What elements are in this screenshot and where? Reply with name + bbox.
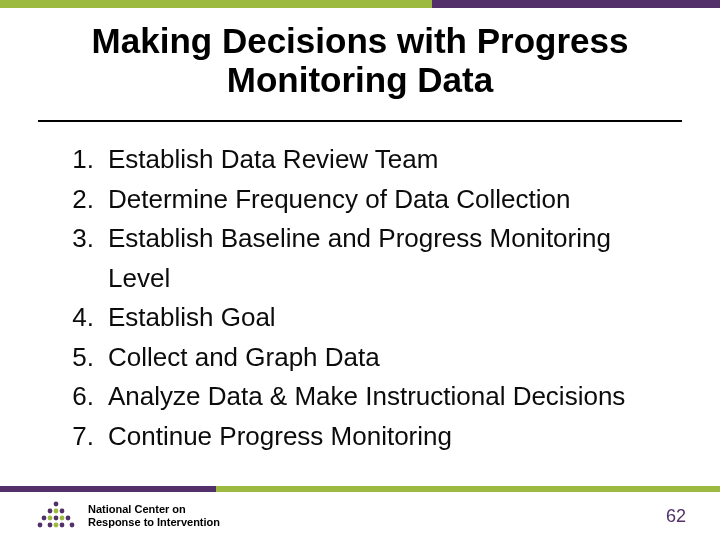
list-number: 3. bbox=[54, 219, 108, 298]
list-text: Establish Goal bbox=[108, 298, 276, 338]
list-number: 7. bbox=[54, 417, 108, 457]
list-text: Collect and Graph Data bbox=[108, 338, 380, 378]
slide-title: Making Decisions with Progress Monitorin… bbox=[60, 22, 660, 99]
org-line-2: Response to Intervention bbox=[88, 516, 220, 528]
svg-point-2 bbox=[60, 509, 65, 514]
svg-point-4 bbox=[54, 516, 59, 521]
svg-point-1 bbox=[48, 509, 53, 514]
svg-point-0 bbox=[54, 502, 59, 507]
list-number: 1. bbox=[54, 140, 108, 180]
list-item: 5. Collect and Graph Data bbox=[54, 338, 680, 378]
accent-green bbox=[0, 0, 432, 8]
org-name: National Center on Response to Intervent… bbox=[88, 503, 220, 528]
list-text: Determine Frequency of Data Collection bbox=[108, 180, 570, 220]
list-text: Continue Progress Monitoring bbox=[108, 417, 452, 457]
list-number: 6. bbox=[54, 377, 108, 417]
list-text: Analyze Data & Make Instructional Decisi… bbox=[108, 377, 625, 417]
svg-point-13 bbox=[54, 523, 59, 528]
svg-point-5 bbox=[66, 516, 71, 521]
svg-point-8 bbox=[60, 523, 65, 528]
svg-point-6 bbox=[38, 523, 43, 528]
svg-point-12 bbox=[60, 516, 65, 521]
svg-point-11 bbox=[48, 516, 53, 521]
list-item: 2. Determine Frequency of Data Collectio… bbox=[54, 180, 680, 220]
title-line-2: Monitoring Data bbox=[227, 60, 493, 99]
svg-point-9 bbox=[70, 523, 75, 528]
list-item: 4. Establish Goal bbox=[54, 298, 680, 338]
list-text: Establish Baseline and Progress Monitori… bbox=[108, 219, 680, 298]
top-accent-bar bbox=[0, 0, 720, 8]
page-number: 62 bbox=[666, 506, 686, 527]
list-number: 2. bbox=[54, 180, 108, 220]
svg-point-10 bbox=[54, 509, 59, 514]
numbered-list: 1. Establish Data Review Team 2. Determi… bbox=[54, 140, 680, 456]
list-number: 4. bbox=[54, 298, 108, 338]
list-item: 1. Establish Data Review Team bbox=[54, 140, 680, 180]
accent-purple bbox=[432, 0, 720, 8]
list-item: 7. Continue Progress Monitoring bbox=[54, 417, 680, 457]
org-line-1: National Center on bbox=[88, 503, 186, 515]
footer: National Center on Response to Intervent… bbox=[0, 492, 720, 540]
slide: Making Decisions with Progress Monitorin… bbox=[0, 0, 720, 540]
title-underline bbox=[38, 120, 682, 122]
title-line-1: Making Decisions with Progress bbox=[92, 21, 629, 60]
list-text: Establish Data Review Team bbox=[108, 140, 438, 180]
logo-icon bbox=[36, 500, 76, 532]
list-item: 6. Analyze Data & Make Instructional Dec… bbox=[54, 377, 680, 417]
svg-point-3 bbox=[42, 516, 47, 521]
svg-point-7 bbox=[48, 523, 53, 528]
list-item: 3. Establish Baseline and Progress Monit… bbox=[54, 219, 680, 298]
list-number: 5. bbox=[54, 338, 108, 378]
